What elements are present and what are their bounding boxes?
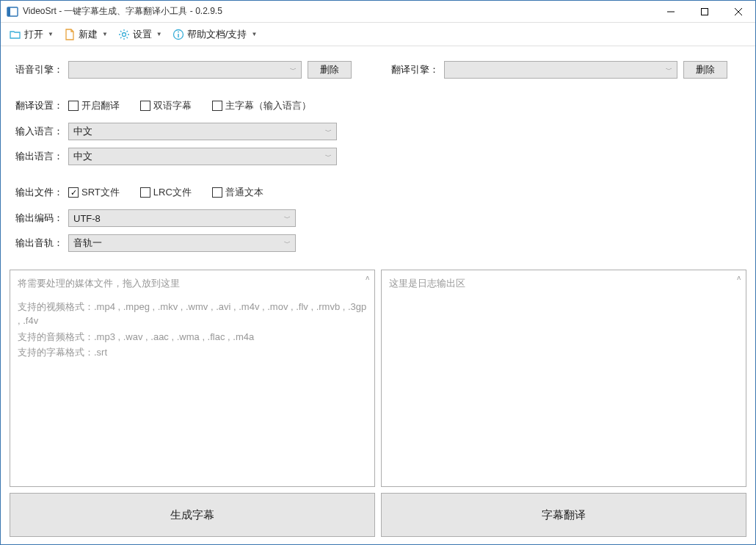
svg-rect-1 xyxy=(7,7,10,16)
gear-icon xyxy=(118,29,130,40)
output-lang-label: 输出语言： xyxy=(10,150,68,163)
svg-point-9 xyxy=(178,31,179,32)
scroll-up-icon: ʌ xyxy=(733,272,744,284)
window-title: VideoSrt - 一键字幕生成、字幕翻译小工具 - 0.2.9.5 xyxy=(23,5,654,18)
output-track-value: 音轨一 xyxy=(73,237,102,250)
output-track-select[interactable]: 音轨一 ﹀ xyxy=(68,234,296,252)
speech-engine-label: 语音引擎： xyxy=(10,63,68,76)
dropzone-video-formats: 支持的视频格式：.mp4 , .mpeg , .mkv , .wmv , .av… xyxy=(18,300,367,328)
checkbox-checked-icon: ✓ xyxy=(68,187,79,198)
translate-engine-select[interactable]: ﹀ xyxy=(444,61,677,79)
chevron-down-icon: ﹀ xyxy=(284,214,291,223)
settings-menu[interactable]: 设置 ▼ xyxy=(114,26,167,43)
srt-checkbox[interactable]: ✓ SRT文件 xyxy=(68,186,120,199)
svg-rect-3 xyxy=(702,8,708,15)
dropzone-audio-formats: 支持的音频格式：.mp3 , .wav , .aac , .wma , .fla… xyxy=(18,330,367,344)
bilingual-checkbox[interactable]: 双语字幕 xyxy=(140,99,192,112)
checkbox-icon xyxy=(212,101,222,111)
log-output: 这里是日志输出区 ʌ xyxy=(381,270,746,487)
input-lang-value: 中文 xyxy=(73,125,92,138)
main-subtitle-checkbox[interactable]: 主字幕（输入语言） xyxy=(212,99,311,112)
output-encoding-label: 输出编码： xyxy=(10,212,68,225)
scroll-up-icon: ʌ xyxy=(361,272,373,284)
info-icon xyxy=(172,29,184,40)
chevron-down-icon: ﹀ xyxy=(666,65,672,75)
help-label: 帮助文档/支持 xyxy=(187,28,247,41)
chevron-down-icon: ﹀ xyxy=(325,152,332,162)
file-dropzone[interactable]: 将需要处理的媒体文件，拖入放到这里 支持的视频格式：.mp4 , .mpeg ,… xyxy=(10,270,375,487)
scrollbar[interactable]: ʌ xyxy=(733,272,744,485)
dropzone-subtitle-formats: 支持的字幕格式：.srt xyxy=(18,345,367,360)
translate-subtitle-button[interactable]: 字幕翻译 xyxy=(381,493,746,537)
main-content: 语音引擎： ﹀ 删除 翻译引擎： ﹀ 删除 翻译设置： 开启翻译 xyxy=(1,46,755,544)
new-label: 新建 xyxy=(79,28,98,41)
translate-engine-delete-button[interactable]: 删除 xyxy=(683,61,727,79)
chevron-down-icon: ﹀ xyxy=(284,239,291,248)
input-lang-select[interactable]: 中文 ﹀ xyxy=(68,123,337,140)
open-menu[interactable]: 打开 ▼ xyxy=(5,26,58,43)
output-track-label: 输出音轨： xyxy=(10,237,68,250)
settings-label: 设置 xyxy=(133,28,152,41)
window-controls xyxy=(654,1,755,22)
help-menu[interactable]: 帮助文档/支持 ▼ xyxy=(168,26,262,43)
translate-settings-label: 翻译设置： xyxy=(10,99,68,112)
output-file-label: 输出文件： xyxy=(10,186,68,199)
speech-engine-delete-button[interactable]: 删除 xyxy=(308,61,352,79)
generate-subtitle-button[interactable]: 生成字幕 xyxy=(10,493,375,537)
output-lang-select[interactable]: 中文 ﹀ xyxy=(68,148,337,165)
new-file-icon xyxy=(64,29,76,40)
scrollbar[interactable]: ʌ xyxy=(361,272,373,485)
checkbox-icon xyxy=(68,101,79,111)
chevron-down-icon: ▼ xyxy=(156,31,162,37)
svg-point-6 xyxy=(122,32,126,36)
chevron-down-icon: ▼ xyxy=(251,31,257,37)
dropzone-hint: 将需要处理的媒体文件，拖入放到这里 xyxy=(18,276,367,291)
chevron-down-icon: ﹀ xyxy=(325,127,332,137)
output-encoding-value: UTF-8 xyxy=(73,213,101,224)
checkbox-icon xyxy=(212,187,222,198)
output-encoding-select[interactable]: UTF-8 ﹀ xyxy=(68,209,296,227)
folder-open-icon xyxy=(10,29,21,40)
output-lang-value: 中文 xyxy=(73,150,92,163)
open-label: 打开 xyxy=(24,28,43,41)
minimize-button[interactable] xyxy=(654,1,688,22)
speech-engine-select[interactable]: ﹀ xyxy=(68,61,302,79)
checkbox-icon xyxy=(140,187,150,198)
close-button[interactable] xyxy=(722,1,755,22)
chevron-down-icon: ▼ xyxy=(48,31,54,37)
chevron-down-icon: ﹀ xyxy=(290,65,297,75)
toolbar: 打开 ▼ 新建 ▼ 设置 ▼ 帮助文档/支持 ▼ xyxy=(1,23,755,46)
chevron-down-icon: ▼ xyxy=(102,31,108,37)
enable-translate-checkbox[interactable]: 开启翻译 xyxy=(68,99,120,112)
maximize-button[interactable] xyxy=(688,1,722,22)
translate-engine-label: 翻译引擎： xyxy=(385,63,444,76)
lrc-checkbox[interactable]: LRC文件 xyxy=(140,186,192,199)
checkbox-icon xyxy=(140,101,150,111)
input-lang-label: 输入语言： xyxy=(10,125,68,138)
plain-checkbox[interactable]: 普通文本 xyxy=(212,186,263,199)
titlebar: VideoSrt - 一键字幕生成、字幕翻译小工具 - 0.2.9.5 xyxy=(1,1,755,23)
new-menu[interactable]: 新建 ▼ xyxy=(59,26,112,43)
log-placeholder: 这里是日志输出区 xyxy=(389,276,738,291)
app-icon xyxy=(7,6,18,18)
